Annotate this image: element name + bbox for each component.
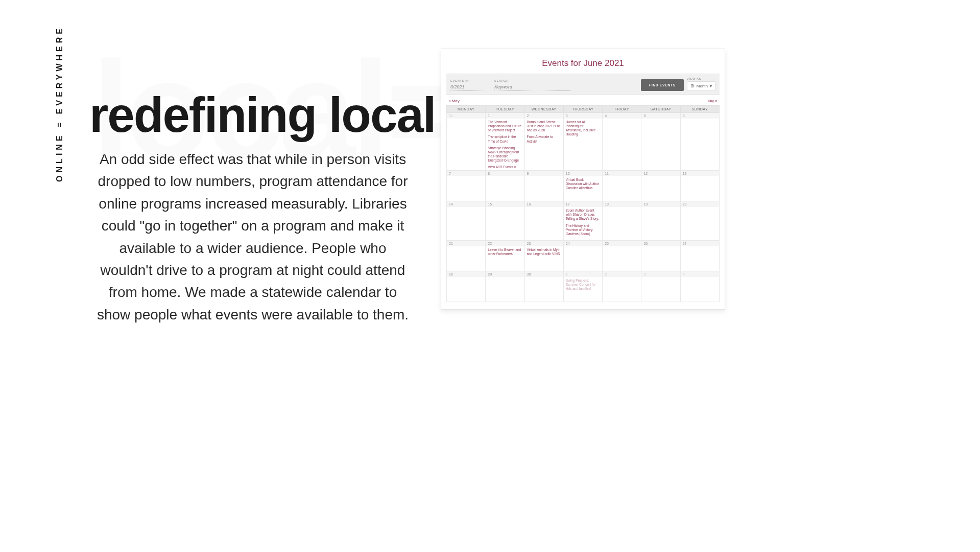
calendar-cell: 24	[563, 240, 602, 271]
day-number: 3	[564, 113, 602, 119]
calendar-cell: 25	[603, 240, 641, 271]
calendar-cell: 20	[680, 201, 719, 241]
calendar-cell: 4	[603, 113, 641, 171]
calendar-cell: 4	[680, 271, 719, 302]
day-number: 2	[525, 113, 563, 119]
view-as-select[interactable]: 🗓 Month ▾	[687, 81, 715, 91]
day-number: 3	[641, 271, 680, 277]
day-number: 22	[486, 241, 524, 246]
event-link[interactable]: Transcription in the Time of Covid	[488, 135, 522, 143]
view-as-group: VIEW AS 🗓 Month ▾	[687, 77, 715, 91]
event-link[interactable]: Zoom Author Event with Sharon Draper: Te…	[566, 209, 600, 221]
view-as-value: Month	[697, 84, 708, 88]
calendar-cell: 5	[641, 113, 680, 171]
day-number: 23	[525, 241, 563, 246]
event-link[interactable]: Homes for All: Planning for Affordable, …	[566, 120, 600, 137]
calendar-cell: 29	[486, 271, 524, 302]
day-number: 2	[603, 271, 641, 277]
calendar-nav: « May July »	[446, 95, 720, 105]
calendar-cell: 8	[486, 171, 524, 201]
calendar-cell: 18	[603, 201, 641, 241]
day-number: 17	[564, 201, 602, 207]
day-number: 21	[447, 241, 485, 246]
day-header: SUNDAY	[680, 106, 719, 113]
calendar-cell: 26	[641, 240, 680, 271]
next-month-link[interactable]: July »	[707, 99, 718, 103]
calendar-icon: 🗓	[690, 84, 695, 88]
day-number: 7	[447, 171, 485, 176]
view-all-link[interactable]: View All 5 Events »	[488, 165, 522, 169]
prev-month-link[interactable]: « May	[448, 99, 460, 103]
event-link[interactable]: The Vermont Proposition and Future of Ve…	[488, 120, 522, 132]
search-label: SEARCH	[494, 79, 571, 82]
calendar-cell: 2	[603, 271, 641, 302]
day-number: 29	[486, 271, 524, 277]
chevron-down-icon: ▾	[710, 84, 712, 88]
calendar-cell: 16	[524, 201, 563, 241]
calendar-cell: 10Virtual Book Discussion with Author Ca…	[563, 171, 602, 201]
day-header: FRIDAY	[603, 106, 641, 113]
event-link[interactable]: The History and Promise of Victory Garde…	[566, 224, 600, 236]
events-in-group: EVENTS IN	[450, 79, 491, 91]
calendar-cell: 1Swing Peepers: Summer Concert for kids …	[563, 271, 602, 302]
day-number: 8	[486, 171, 524, 176]
day-header: SATURDAY	[641, 106, 680, 113]
day-number: 19	[641, 201, 680, 207]
day-number: 6	[681, 113, 719, 119]
day-number: 10	[564, 171, 602, 176]
calendar-cell: 6	[680, 113, 719, 171]
find-events-button[interactable]: FIND EVENTS	[641, 79, 684, 91]
calendar-cell: 15	[486, 201, 524, 241]
calendar-cell: 31	[447, 113, 486, 171]
day-number: 5	[641, 113, 680, 119]
day-number: 25	[603, 241, 641, 246]
day-header: MONDAY	[447, 106, 486, 113]
event-link[interactable]: Virtual Book Discussion with Author Caro…	[566, 178, 600, 190]
day-header: THURSDAY	[563, 106, 602, 113]
day-number: 9	[525, 171, 563, 176]
day-number: 18	[603, 201, 641, 207]
calendar-cell: 11	[603, 171, 641, 201]
event-link[interactable]: Virtual Animals in Myth and Legend with …	[527, 248, 561, 256]
event-link[interactable]: Swing Peepers: Summer Concert for kids a…	[566, 279, 600, 291]
event-link[interactable]: Burnout and Stress: Just in case 2021 is…	[527, 120, 561, 132]
search-group: SEARCH	[494, 79, 571, 91]
calendar-cell: 19	[641, 201, 680, 241]
calendar-cell: 28	[447, 271, 486, 302]
day-number: 24	[564, 241, 602, 246]
event-link[interactable]: Strategic Planning Now? Emerging from th…	[488, 146, 522, 163]
calendar-cell: 14	[447, 201, 486, 241]
calendar-cell: 23Virtual Animals in Myth and Legend wit…	[524, 240, 563, 271]
day-number: 13	[681, 171, 719, 176]
calendar-cell: 21	[447, 240, 486, 271]
event-link[interactable]: From Advocate to Activist	[527, 135, 561, 143]
events-in-label: EVENTS IN	[450, 79, 491, 82]
calendar-cell: 1The Vermont Proposition and Future of V…	[486, 113, 524, 171]
calendar-title: Events for June 2021	[446, 54, 720, 74]
day-number: 28	[447, 271, 485, 277]
body-paragraph: An odd side effect was that while in per…	[92, 148, 414, 326]
calendar-cell: 3	[641, 271, 680, 302]
search-input[interactable]	[494, 83, 571, 91]
calendar-cell: 30	[524, 271, 563, 302]
day-number: 26	[641, 241, 680, 246]
calendar-cell: 27	[680, 240, 719, 271]
calendar-cell: 3Homes for All: Planning for Affordable,…	[563, 113, 602, 171]
day-number: 20	[681, 201, 719, 207]
page-heading: redefining local	[89, 87, 435, 143]
calendar-cell: 9	[524, 171, 563, 201]
day-number: 16	[525, 201, 563, 207]
calendar-cell: 7	[447, 171, 486, 201]
day-number: 31	[447, 113, 485, 119]
day-number: 27	[681, 241, 719, 246]
view-as-label: VIEW AS	[687, 77, 715, 80]
calendar-widget: Events for June 2021 EVENTS IN SEARCH FI…	[441, 49, 725, 310]
day-header: TUESDAY	[486, 106, 524, 113]
event-link[interactable]: Leave it to Beaver and other Furbearers	[488, 248, 522, 256]
calendar-cell: 13	[680, 171, 719, 201]
calendar-toolbar: EVENTS IN SEARCH FIND EVENTS VIEW AS 🗓 M…	[446, 74, 720, 95]
day-number: 4	[603, 113, 641, 119]
events-in-input[interactable]	[450, 83, 491, 91]
day-number: 12	[641, 171, 680, 176]
calendar-cell: 22Leave it to Beaver and other Furbearer…	[486, 240, 524, 271]
